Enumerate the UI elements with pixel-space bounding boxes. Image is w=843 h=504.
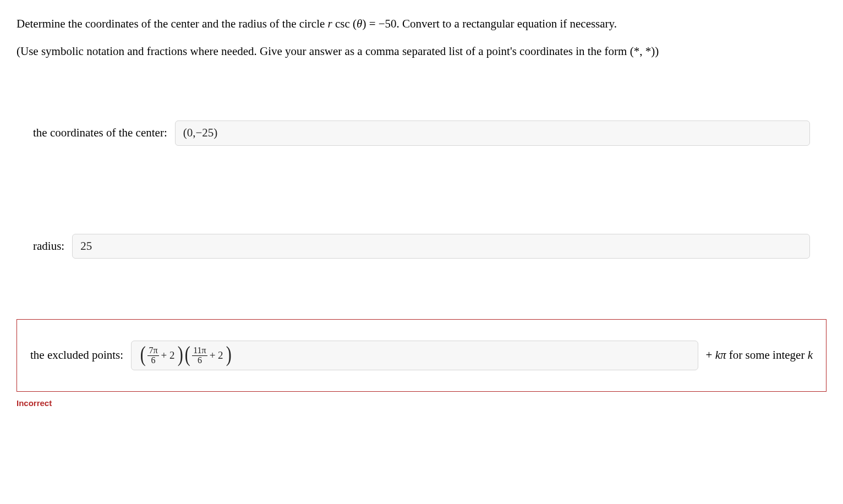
- excluded-input[interactable]: ( 7π 6 + 2 ) ( 11π 6 + 2 ): [131, 341, 698, 370]
- question-instructions: (Use symbolic notation and fractions whe…: [17, 43, 826, 61]
- q-text-mid: csc (: [332, 17, 357, 30]
- center-row: the coordinates of the center: (0,−25): [33, 120, 810, 146]
- suffix-post: for some integer: [726, 348, 808, 361]
- excluded-expr-1: ( 7π 6 + 2 ): [139, 344, 184, 366]
- frac-2: 11π 6: [192, 346, 207, 365]
- radius-input[interactable]: 25: [72, 234, 810, 259]
- q-var-r: r: [328, 17, 332, 30]
- excluded-expr-2: ( 11π 6 + 2 ): [184, 344, 232, 366]
- feedback-text: Incorrect: [17, 397, 826, 410]
- frac1-num: 7π: [147, 346, 158, 356]
- lparen2-icon: (: [185, 343, 190, 365]
- q-text-post: ) = −50. Convert to a rectangular equati…: [362, 17, 617, 30]
- center-value: (0,−25): [183, 124, 218, 142]
- incorrect-container: the excluded points: ( 7π 6 + 2 ) ( 11π …: [17, 319, 826, 392]
- radius-label: radius:: [33, 238, 64, 255]
- q-text-pre: Determine the coordinates of the center …: [17, 17, 328, 30]
- excluded-row: the excluded points: ( 7π 6 + 2 ) ( 11π …: [30, 341, 813, 370]
- lparen-icon: (: [140, 343, 146, 365]
- frac-1: 7π 6: [147, 346, 158, 365]
- frac2-num: 11π: [192, 346, 207, 356]
- suffix-k: k: [715, 348, 720, 361]
- excluded-label: the excluded points:: [30, 347, 123, 364]
- plus-2: + 2: [210, 348, 223, 364]
- suffix-pi: π: [720, 348, 726, 361]
- rparen2-icon: ): [226, 343, 231, 365]
- plus-1: + 2: [161, 348, 175, 364]
- radius-row: radius: 25: [33, 234, 810, 259]
- suffix-plus: +: [706, 348, 715, 361]
- question-line-1: Determine the coordinates of the center …: [17, 15, 826, 33]
- q-var-theta: θ: [357, 17, 362, 30]
- frac1-den: 6: [150, 356, 157, 365]
- center-input[interactable]: (0,−25): [175, 120, 810, 146]
- frac2-den: 6: [196, 356, 203, 365]
- radius-value: 25: [80, 238, 92, 255]
- rparen-icon: ): [177, 343, 183, 365]
- center-label: the coordinates of the center:: [33, 124, 167, 142]
- suffix-k2: k: [808, 348, 813, 361]
- excluded-suffix: + kπ for some integer k: [706, 347, 813, 364]
